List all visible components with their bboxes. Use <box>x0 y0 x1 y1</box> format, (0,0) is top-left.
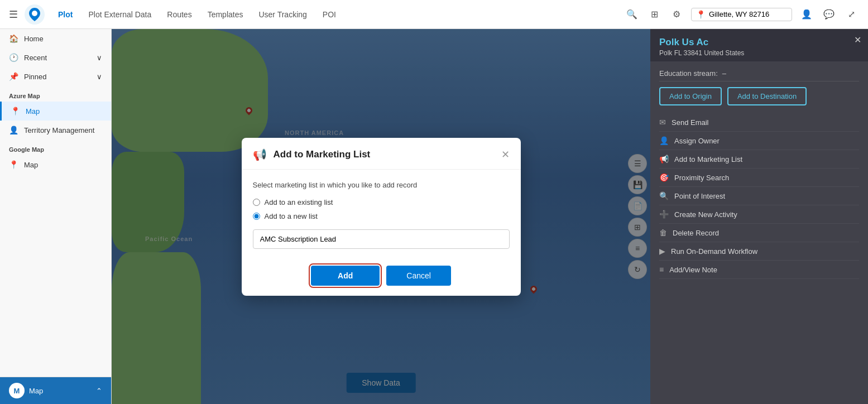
marketing-list-name-input[interactable] <box>253 229 510 249</box>
radio-new-list[interactable]: Add to a new list <box>253 212 510 220</box>
sidebar: 🏠 Home 🕐 Recent ∨ 📌 Pinned ∨ Azure Map 📍… <box>0 29 112 404</box>
modal-title-icon: 📢 <box>253 148 267 161</box>
add-to-marketing-list-modal: 📢 Add to Marketing List ✕ Select marketi… <box>242 138 521 296</box>
panel-menu-assign-owner[interactable]: 👤 Assign Owner <box>659 132 859 150</box>
sidebar-item-home[interactable]: 🏠 Home <box>0 29 111 48</box>
sidebar-footer-avatar: M <box>9 383 25 398</box>
sidebar-pinned-label: Pinned <box>24 73 46 81</box>
sidebar-footer-arrow-icon: ⌃ <box>96 387 102 395</box>
radio-existing-input[interactable] <box>253 199 260 206</box>
azure-map-icon: 📍 <box>11 107 20 116</box>
main-area: 🏠 Home 🕐 Recent ∨ 📌 Pinned ∨ Azure Map 📍… <box>0 29 868 404</box>
sidebar-home-label: Home <box>24 35 44 43</box>
panel-menu-add-note-label: Add/View Note <box>669 266 717 274</box>
right-panel-subtitle: Polk FL 33841 United States <box>659 49 859 57</box>
nav-templates[interactable]: Templates <box>208 10 243 19</box>
panel-menu-send-email-label: Send Email <box>672 118 708 127</box>
radio-existing-list[interactable]: Add to an existing list <box>253 198 510 206</box>
assign-owner-icon: 👤 <box>659 136 669 145</box>
sidebar-item-google-map[interactable]: 📍 Map <box>0 155 111 174</box>
sidebar-item-territory-management[interactable]: 👤 Territory Management <box>0 121 111 140</box>
create-activity-icon: ➕ <box>659 210 669 219</box>
settings-icon[interactable]: ⚙ <box>669 7 684 22</box>
add-marketing-icon: 📢 <box>659 155 669 163</box>
modal-footer: Add Cancel <box>242 260 521 296</box>
search-icon[interactable]: 🔍 <box>624 7 640 22</box>
location-search[interactable]: 📍 <box>691 8 792 21</box>
sidebar-google-map-label: Map <box>24 161 38 169</box>
map-area[interactable]: NORTH AMERICA SOUTH AMERICA Pacific Ocea… <box>112 29 650 404</box>
nav-user-tracking[interactable]: User Tracking <box>258 10 306 19</box>
panel-menu-proximity[interactable]: 🎯 Proximity Search <box>659 169 859 187</box>
panel-menu-send-email[interactable]: ✉ Send Email <box>659 113 859 132</box>
sidebar-footer[interactable]: M Map ⌃ <box>0 377 111 404</box>
send-email-icon: ✉ <box>659 118 666 127</box>
azure-map-section: Azure Map <box>0 86 111 102</box>
location-input[interactable] <box>709 10 787 18</box>
poi-icon: 🔍 <box>659 191 669 200</box>
sidebar-item-pinned[interactable]: 📌 Pinned ∨ <box>0 67 111 86</box>
panel-menu-add-note[interactable]: ≡ Add/View Note <box>659 261 859 279</box>
radio-group: Add to an existing list Add to a new lis… <box>253 198 510 220</box>
pinned-icon: 📌 <box>9 72 18 81</box>
nav-plot[interactable]: Plot <box>58 10 73 19</box>
content-area: NORTH AMERICA SOUTH AMERICA Pacific Ocea… <box>112 29 868 404</box>
home-icon: 🏠 <box>9 34 18 43</box>
panel-menu-add-marketing[interactable]: 📢 Add to Marketing List <box>659 150 859 169</box>
panel-menu-add-marketing-label: Add to Marketing List <box>674 155 742 163</box>
location-pin-icon: 📍 <box>696 10 706 19</box>
panel-menu-proximity-label: Proximity Search <box>674 174 729 182</box>
add-to-destination-button[interactable]: Add to Destination <box>727 87 807 105</box>
modal-overlay: 📢 Add to Marketing List ✕ Select marketi… <box>112 29 650 404</box>
sidebar-territory-label: Territory Management <box>24 126 94 134</box>
add-button[interactable]: Add <box>311 266 380 286</box>
sidebar-item-recent[interactable]: 🕐 Recent ∨ <box>0 48 111 67</box>
hamburger-icon[interactable]: ☰ <box>9 8 18 21</box>
sidebar-recent-label: Recent <box>24 54 47 62</box>
right-panel-title: Polk Us Ac <box>659 37 859 48</box>
right-panel-close-button[interactable]: ✕ <box>854 35 861 45</box>
radio-existing-label: Add to an existing list <box>265 198 333 206</box>
modal-header: 📢 Add to Marketing List ✕ <box>242 138 521 170</box>
edu-stream-value: – <box>722 69 726 78</box>
app-logo <box>25 4 45 25</box>
panel-menu-workflow[interactable]: ▶ Run On-Demand Workflow <box>659 242 859 261</box>
nav-plot-external[interactable]: Plot External Data <box>88 10 151 19</box>
proximity-icon: 🎯 <box>659 173 669 182</box>
radio-new-label: Add to a new list <box>265 212 318 220</box>
modal-close-button[interactable]: ✕ <box>501 148 510 161</box>
panel-menu-create-activity[interactable]: ➕ Create New Activity <box>659 205 859 224</box>
panel-menu-poi[interactable]: 🔍 Point of Interest <box>659 187 859 205</box>
right-panel-body: Education stream: – Add to Origin Add to… <box>650 61 868 404</box>
svg-point-1 <box>32 11 37 16</box>
sidebar-item-azure-map[interactable]: 📍 Map <box>0 102 111 121</box>
edu-stream-row: Education stream: – <box>659 66 859 81</box>
cancel-button[interactable]: Cancel <box>386 266 451 286</box>
modal-description: Select marketing list in which you like … <box>253 181 510 189</box>
radio-new-input[interactable] <box>253 213 260 220</box>
google-map-icon: 📍 <box>9 160 18 169</box>
modal-body: Select marketing list in which you like … <box>242 170 521 260</box>
add-note-icon: ≡ <box>659 265 664 274</box>
user-icon[interactable]: 👤 <box>799 7 814 22</box>
nav-poi[interactable]: POI <box>323 10 336 19</box>
action-buttons-row: Add to Origin Add to Destination <box>659 87 859 105</box>
right-panel-header: Polk Us Ac Polk FL 33841 United States ✕ <box>650 29 868 61</box>
nav-routes[interactable]: Routes <box>167 10 191 19</box>
nav-right: 🔍 ⊞ ⚙ 📍 👤 💬 ⤢ <box>624 7 859 22</box>
panel-menu-delete[interactable]: 🗑 Delete Record <box>659 224 859 242</box>
panel-menu-delete-label: Delete Record <box>673 229 719 237</box>
panel-menu-assign-owner-label: Assign Owner <box>674 137 720 145</box>
workflow-icon: ▶ <box>659 247 665 256</box>
expand-icon[interactable]: ⤢ <box>843 7 859 22</box>
top-navigation: ☰ Plot Plot External Data Routes Templat… <box>0 0 868 29</box>
chat-icon[interactable]: 💬 <box>821 7 837 22</box>
sidebar-azure-map-label: Map <box>26 107 40 116</box>
layers-icon[interactable]: ⊞ <box>646 7 662 22</box>
delete-icon: 🗑 <box>659 228 667 237</box>
panel-menu-workflow-label: Run On-Demand Workflow <box>671 247 757 256</box>
right-panel: Polk Us Ac Polk FL 33841 United States ✕… <box>650 29 868 404</box>
nav-links: Plot Plot External Data Routes Templates… <box>58 10 624 19</box>
add-to-origin-button[interactable]: Add to Origin <box>659 87 722 105</box>
google-map-section: Google Map <box>0 140 111 155</box>
